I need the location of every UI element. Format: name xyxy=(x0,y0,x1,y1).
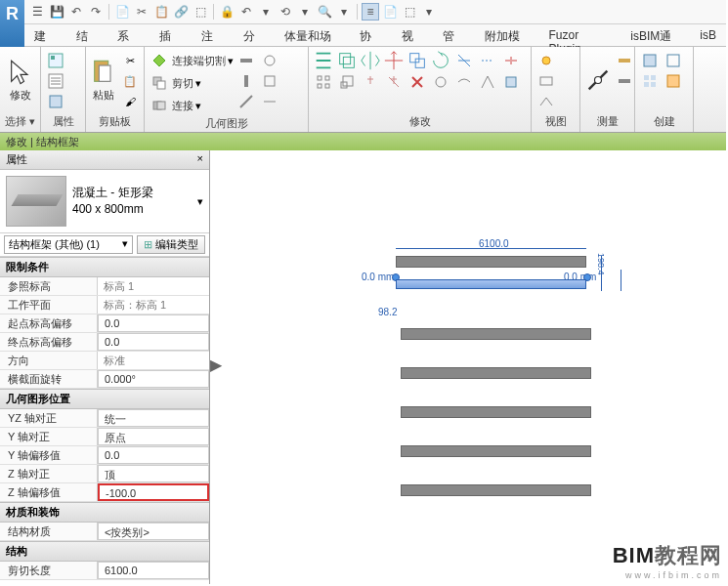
tab-isbim2[interactable]: isB xyxy=(690,24,726,46)
type-icon[interactable] xyxy=(45,71,66,91)
tab-analyze[interactable]: 分析 xyxy=(234,24,276,46)
tool-icon[interactable] xyxy=(453,72,475,92)
cope-icon[interactable] xyxy=(149,51,170,70)
tool-icon[interactable] xyxy=(500,72,522,92)
copy-icon[interactable] xyxy=(407,51,428,70)
geom-icon[interactable] xyxy=(236,71,257,91)
props-icon[interactable] xyxy=(45,51,66,70)
create-icon[interactable] xyxy=(639,71,661,91)
z-offset-input[interactable]: -100.0 xyxy=(98,483,209,501)
array-icon[interactable] xyxy=(313,72,334,92)
paste-button[interactable]: 粘贴 xyxy=(90,51,117,109)
category-geometry[interactable]: 几何图形位置 xyxy=(0,389,209,409)
mirror-icon[interactable] xyxy=(360,51,381,70)
type-selector[interactable]: 混凝土 - 矩形梁 400 x 800mm ▾ xyxy=(0,170,209,233)
delete-icon[interactable] xyxy=(407,72,428,92)
tab-system[interactable]: 系统 xyxy=(107,24,150,46)
instance-filter[interactable]: 结构框架 (其他) (1)▾ xyxy=(4,235,133,254)
trim-icon[interactable] xyxy=(453,51,475,70)
dropdown-icon[interactable]: ▾ xyxy=(228,55,234,67)
extend-icon[interactable] xyxy=(477,51,498,70)
tab-collab[interactable]: 协作 xyxy=(350,24,392,46)
dimension-text[interactable]: 0.0 mm xyxy=(362,272,394,282)
scale-icon[interactable] xyxy=(336,72,358,92)
cut-length-input[interactable]: 6100.0 xyxy=(98,562,209,579)
dropdown-icon[interactable]: ▾ xyxy=(296,3,314,21)
z-just-input[interactable]: 顶 xyxy=(98,465,209,482)
edit-type-button[interactable]: ⊞ 编辑类型 xyxy=(137,235,205,254)
create-icon[interactable] xyxy=(639,51,661,70)
redo-icon[interactable]: ↷ xyxy=(87,3,105,21)
dropdown-icon[interactable]: ▾ xyxy=(335,3,353,21)
y-just-input[interactable]: 原点 xyxy=(98,428,209,445)
dimension-text[interactable]: 6100.0 xyxy=(479,238,509,249)
tab-annotate[interactable]: 注释 xyxy=(192,24,234,46)
cut-geom-icon[interactable] xyxy=(149,73,170,93)
geom-icon[interactable] xyxy=(236,51,257,70)
split-icon[interactable] xyxy=(500,51,522,70)
zoom-icon[interactable]: 🔍 xyxy=(316,3,333,21)
geom-icon[interactable] xyxy=(259,92,280,111)
category-constraints[interactable]: 限制条件 xyxy=(0,257,209,277)
family-icon[interactable] xyxy=(45,92,66,111)
match-icon[interactable]: 🖌 xyxy=(119,92,141,111)
move-icon[interactable] xyxy=(383,51,405,70)
pin-icon[interactable] xyxy=(360,72,381,92)
align-icon[interactable] xyxy=(313,51,334,70)
region-icon[interactable]: ⬚ xyxy=(192,3,209,21)
tab-struct[interactable]: 结构 xyxy=(66,24,108,46)
rotation-input[interactable]: 0.000° xyxy=(98,370,209,388)
copy-icon[interactable]: 📋 xyxy=(119,71,141,91)
dimension-text[interactable]: 98.2 xyxy=(378,307,397,317)
qat-menu-icon[interactable]: ☰ xyxy=(28,3,46,21)
link-icon[interactable]: 🔗 xyxy=(172,3,190,21)
create-icon[interactable] xyxy=(663,71,684,91)
beam-element[interactable] xyxy=(401,367,591,379)
beam-element[interactable] xyxy=(401,406,591,418)
tab-view[interactable]: 视图 xyxy=(392,24,434,46)
dropdown-icon[interactable]: ▾ xyxy=(420,3,438,21)
window-icon[interactable]: ⬚ xyxy=(401,3,418,21)
tab-addons[interactable]: 附加模块 xyxy=(475,24,538,46)
category-structural[interactable]: 结构 xyxy=(0,541,209,562)
view-icon[interactable] xyxy=(535,92,557,111)
beam-element[interactable] xyxy=(396,256,586,268)
geom-icon[interactable] xyxy=(236,92,257,111)
save-icon[interactable]: 💾 xyxy=(48,3,65,21)
yz-just-input[interactable]: 统一 xyxy=(98,409,209,427)
list-icon[interactable]: ≡ xyxy=(362,3,379,21)
measure-icon[interactable] xyxy=(584,51,612,109)
tab-mass[interactable]: 体量和场地 xyxy=(275,24,350,46)
dim-icon[interactable] xyxy=(614,71,635,91)
panel-splitter[interactable]: ▶ xyxy=(210,356,222,379)
y-offset-input[interactable]: 0.0 xyxy=(98,446,209,464)
tab-arch[interactable]: 建筑 xyxy=(24,24,66,46)
cut-icon[interactable]: ✂ xyxy=(133,3,150,21)
end-offset-input[interactable]: 0.0 xyxy=(98,333,209,351)
dim-icon[interactable] xyxy=(614,51,635,70)
open-icon[interactable]: 📄 xyxy=(113,3,131,21)
doc-icon[interactable]: 📄 xyxy=(381,3,399,21)
view-icon[interactable] xyxy=(535,51,557,70)
beam-element[interactable] xyxy=(401,484,591,496)
dropdown-icon[interactable]: ▾ xyxy=(197,195,203,208)
geom-icon[interactable] xyxy=(259,51,280,70)
cut-icon[interactable]: ✂ xyxy=(119,51,141,70)
offset-icon[interactable] xyxy=(336,51,358,70)
beam-element[interactable] xyxy=(401,328,591,340)
refresh-icon[interactable]: ⟲ xyxy=(277,3,294,21)
rotate-icon[interactable] xyxy=(430,51,451,70)
tab-insert[interactable]: 插入 xyxy=(150,24,192,46)
create-icon[interactable] xyxy=(663,51,684,70)
beam-element[interactable] xyxy=(401,445,591,457)
beam-element-selected[interactable] xyxy=(396,279,586,289)
tab-fuzor[interactable]: Fuzor Plugin xyxy=(539,24,621,46)
modify-tool-button[interactable]: 修改 xyxy=(4,51,36,109)
dropdown-icon[interactable]: ▾ xyxy=(195,100,201,112)
tool-icon[interactable] xyxy=(477,72,498,92)
close-icon[interactable]: × xyxy=(197,152,203,167)
start-offset-input[interactable]: 0.0 xyxy=(98,314,209,332)
geom-icon[interactable] xyxy=(259,71,280,91)
dimension-text[interactable]: 198.4 xyxy=(596,253,606,275)
copy-icon[interactable]: 📋 xyxy=(152,3,170,21)
